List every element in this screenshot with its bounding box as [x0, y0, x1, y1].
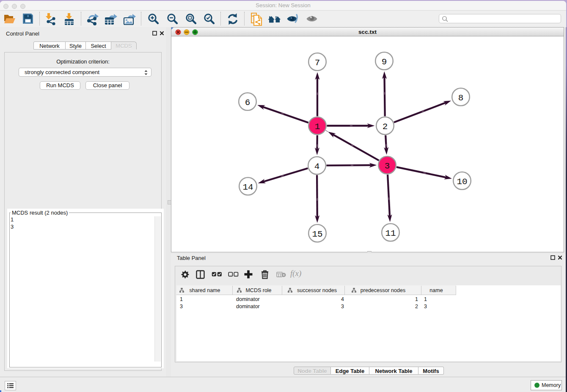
svg-text:11: 11 — [385, 229, 396, 238]
svg-text:15: 15 — [312, 229, 322, 239]
svg-text:4: 4 — [314, 162, 320, 171]
svg-text:shared name: shared name — [190, 287, 220, 293]
svg-text:1: 1 — [315, 122, 320, 132]
svg-text:2: 2 — [383, 122, 388, 132]
svg-text:MCDS role: MCDS role — [245, 287, 271, 293]
svg-text:14: 14 — [242, 182, 253, 192]
svg-text:3: 3 — [385, 161, 390, 171]
svg-text:10: 10 — [457, 177, 467, 187]
svg-text:predecessor nodes: predecessor nodes — [361, 287, 405, 293]
svg-text:8: 8 — [458, 93, 464, 103]
svg-text:9: 9 — [382, 57, 387, 67]
svg-text:successor nodes: successor nodes — [297, 287, 337, 293]
svg-text:7: 7 — [315, 58, 320, 68]
svg-text:6: 6 — [245, 98, 250, 108]
svg-text:name: name — [429, 287, 443, 293]
